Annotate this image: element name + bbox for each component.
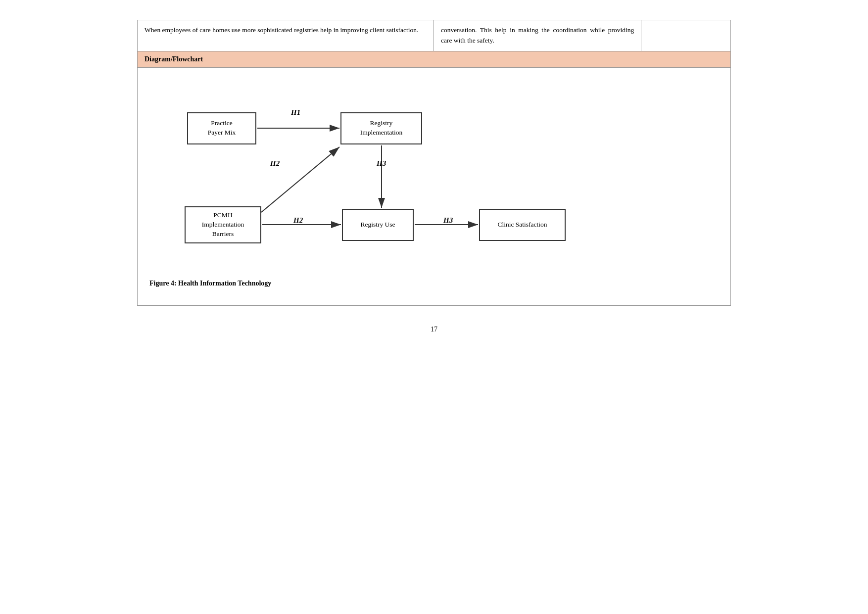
label-h1: H1	[291, 108, 300, 117]
svg-line-5	[261, 147, 339, 212]
box-clinic-satisfaction: Clinic Satisfaction	[479, 209, 566, 241]
cell-right	[641, 20, 730, 51]
label-h3-vertical: H3	[377, 159, 386, 168]
box-registry-use: Registry Use	[342, 209, 414, 241]
cell-middle-text: conversation. This help in making the co…	[441, 26, 634, 44]
diagram-section: PracticePayer Mix RegistryImplementation…	[138, 68, 730, 305]
cell-middle: conversation. This help in making the co…	[434, 20, 641, 51]
box-pcmh: PCMHImplementationBarriers	[185, 206, 261, 243]
box-pcmh-label: PCMHImplementationBarriers	[202, 211, 244, 239]
box-registry-use-label: Registry Use	[360, 220, 395, 230]
section-header-text: Diagram/Flowchart	[145, 55, 203, 63]
flowchart: PracticePayer Mix RegistryImplementation…	[147, 83, 721, 271]
section-header: Diagram/Flowchart	[138, 51, 730, 68]
main-table: When employees of care homes use more so…	[137, 20, 731, 306]
box-clinic-label: Clinic Satisfaction	[497, 220, 547, 230]
figure-caption: Figure 4: Health Information Technology	[147, 280, 721, 287]
top-row: When employees of care homes use more so…	[138, 20, 730, 51]
page: When employees of care homes use more so…	[0, 0, 868, 614]
box-registry-implementation: RegistryImplementation	[340, 112, 422, 144]
content-area: When employees of care homes use more so…	[137, 20, 731, 333]
box-practice-label: PracticePayer Mix	[208, 119, 236, 138]
label-h2-horizontal: H2	[293, 216, 303, 225]
cell-left-text: When employees of care homes use more so…	[145, 26, 418, 34]
page-number: 17	[137, 326, 731, 333]
label-h2-diagonal: H2	[270, 159, 280, 168]
box-practice-payer-mix: PracticePayer Mix	[187, 112, 256, 144]
cell-left: When employees of care homes use more so…	[138, 20, 434, 51]
box-registry-impl-label: RegistryImplementation	[360, 119, 402, 138]
label-h3-horizontal: H3	[443, 216, 453, 225]
